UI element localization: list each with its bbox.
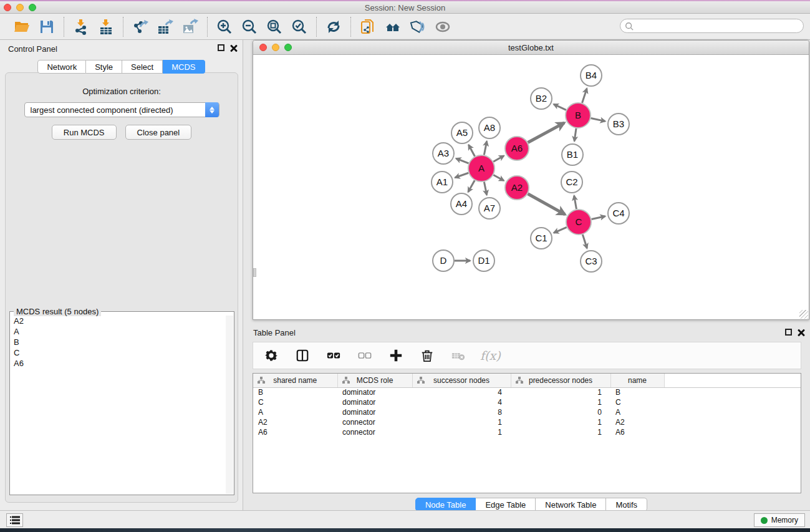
column-header-shared-name[interactable]: shared name bbox=[253, 374, 337, 387]
node-A3[interactable]: A3 bbox=[433, 143, 454, 164]
result-item[interactable]: B bbox=[11, 337, 226, 347]
column-filler bbox=[664, 374, 801, 387]
node-D[interactable]: D bbox=[433, 250, 454, 271]
result-item[interactable]: A bbox=[11, 326, 226, 337]
network-window-titlebar[interactable]: testGlobe.txt bbox=[253, 41, 809, 55]
tab-motifs[interactable]: Motifs bbox=[606, 498, 647, 511]
tab-mcds[interactable]: MCDS bbox=[163, 60, 205, 74]
result-item[interactable]: A2 bbox=[11, 316, 226, 326]
table-row[interactable]: Bdominator41B bbox=[253, 387, 801, 397]
network-vscroll-thumb[interactable] bbox=[253, 268, 256, 277]
node-C2[interactable]: C2 bbox=[561, 172, 582, 193]
criterion-value: largest connected component (directed) bbox=[31, 105, 173, 115]
node-B2[interactable]: B2 bbox=[531, 88, 552, 109]
node-A5[interactable]: A5 bbox=[451, 122, 473, 143]
eye-icon[interactable] bbox=[433, 17, 452, 36]
unselect-all-icon[interactable] bbox=[355, 346, 374, 365]
columns-icon[interactable] bbox=[293, 346, 312, 365]
edge-A-A1 bbox=[455, 173, 468, 177]
table-row[interactable]: Adominator80A bbox=[253, 407, 801, 417]
tab-style[interactable]: Style bbox=[86, 60, 122, 74]
home-view-icon[interactable] bbox=[383, 17, 402, 36]
node-A6[interactable]: A6 bbox=[505, 137, 529, 160]
memory-status-icon bbox=[761, 517, 768, 524]
svg-text:C2: C2 bbox=[566, 177, 577, 187]
network-canvas[interactable]: B4B2BB3A5A8A6B1A3AA1A2C2A4A7CC4C1C3DD1 bbox=[253, 55, 809, 319]
search-input[interactable] bbox=[634, 22, 803, 31]
open-session-icon[interactable] bbox=[12, 17, 31, 36]
export-network-icon[interactable] bbox=[131, 17, 150, 36]
node-A[interactable]: A bbox=[468, 155, 494, 181]
node-D1[interactable]: D1 bbox=[473, 250, 494, 271]
zoom-selected-icon[interactable] bbox=[290, 17, 309, 36]
new-session-icon[interactable] bbox=[359, 17, 377, 36]
result-item[interactable]: A6 bbox=[11, 358, 226, 369]
refresh-icon[interactable] bbox=[324, 17, 343, 36]
svg-text:A5: A5 bbox=[456, 127, 468, 138]
table-row[interactable]: A6connector11A6 bbox=[253, 427, 801, 437]
node-A4[interactable]: A4 bbox=[451, 193, 472, 215]
node-A8[interactable]: A8 bbox=[479, 117, 500, 138]
edge-A-A2 bbox=[493, 175, 504, 181]
float-panel-icon[interactable] bbox=[218, 44, 224, 51]
svg-text:A4: A4 bbox=[456, 198, 467, 209]
mcds-result-box: MCDS result (5 nodes) A2ABCA6 bbox=[9, 311, 234, 495]
import-table-icon[interactable] bbox=[97, 17, 115, 36]
zoom-in-icon[interactable] bbox=[215, 17, 234, 36]
network-view-window: testGlobe.txt B4B2BB3A5A8A6B1A3AA1A2C2A4… bbox=[253, 40, 809, 320]
result-item[interactable]: C bbox=[11, 347, 226, 358]
run-mcds-button[interactable]: Run MCDS bbox=[52, 125, 117, 140]
column-header-successor-nodes[interactable]: successor nodes bbox=[412, 374, 511, 387]
tab-network-table[interactable]: Network Table bbox=[536, 498, 606, 511]
node-C4[interactable]: C4 bbox=[608, 203, 629, 224]
edge-A-A4 bbox=[468, 180, 475, 192]
resize-grip-icon[interactable] bbox=[799, 310, 808, 319]
memory-button[interactable]: Memory bbox=[754, 513, 805, 527]
result-scrollbar[interactable] bbox=[226, 316, 233, 494]
export-image-icon[interactable] bbox=[181, 17, 200, 36]
column-header-name[interactable]: name bbox=[610, 374, 664, 387]
node-C[interactable]: C bbox=[566, 210, 591, 235]
zoom-out-icon[interactable] bbox=[240, 17, 259, 36]
node-B[interactable]: B bbox=[566, 103, 591, 128]
close-panel-button[interactable]: Close panel bbox=[125, 125, 192, 140]
column-header-MCDS-role[interactable]: MCDS role bbox=[337, 374, 412, 387]
node-B3[interactable]: B3 bbox=[608, 114, 629, 135]
criterion-dropdown[interactable]: largest connected component (directed) bbox=[24, 102, 219, 117]
table-row[interactable]: Cdominator41C bbox=[253, 397, 801, 407]
tab-select[interactable]: Select bbox=[122, 60, 163, 74]
task-history-button[interactable] bbox=[6, 513, 23, 527]
mcds-result-list[interactable]: A2ABCA6 bbox=[11, 316, 226, 494]
hide-labels-icon[interactable] bbox=[408, 17, 427, 36]
search-field[interactable] bbox=[620, 19, 804, 33]
svg-text:A: A bbox=[478, 163, 485, 173]
column-header-predecessor-nodes[interactable]: predecessor nodes bbox=[511, 374, 610, 387]
node-A1[interactable]: A1 bbox=[432, 172, 453, 193]
node-C1[interactable]: C1 bbox=[531, 228, 552, 249]
function-builder-icon[interactable]: f(x) bbox=[480, 349, 501, 362]
zoom-fit-icon[interactable] bbox=[265, 17, 284, 36]
export-table-icon[interactable] bbox=[156, 17, 175, 36]
node-B1[interactable]: B1 bbox=[562, 144, 583, 165]
node-A7[interactable]: A7 bbox=[479, 198, 500, 219]
app-titlebar: Session: New Session bbox=[0, 1, 810, 14]
svg-text:D1: D1 bbox=[478, 255, 489, 266]
select-all-icon[interactable] bbox=[324, 346, 343, 365]
save-session-icon[interactable] bbox=[37, 17, 56, 36]
node-B4[interactable]: B4 bbox=[581, 65, 602, 86]
add-column-icon[interactable] bbox=[387, 346, 405, 365]
tab-edge-table[interactable]: Edge Table bbox=[476, 498, 536, 511]
node-C3[interactable]: C3 bbox=[581, 251, 602, 272]
close-panel-icon[interactable] bbox=[230, 44, 238, 52]
table-row[interactable]: A2connector11A2 bbox=[253, 417, 801, 427]
delete-column-icon[interactable] bbox=[418, 346, 436, 365]
table-close-icon[interactable] bbox=[798, 329, 805, 336]
delete-table-icon[interactable] bbox=[449, 346, 468, 365]
tab-node-table[interactable]: Node Table bbox=[415, 498, 476, 511]
table-float-icon[interactable] bbox=[785, 329, 792, 336]
gear-icon[interactable] bbox=[262, 346, 281, 365]
tab-network[interactable]: Network bbox=[37, 60, 86, 74]
import-network-icon[interactable] bbox=[72, 17, 90, 36]
node-A2[interactable]: A2 bbox=[505, 176, 529, 200]
svg-text:B: B bbox=[575, 110, 581, 120]
